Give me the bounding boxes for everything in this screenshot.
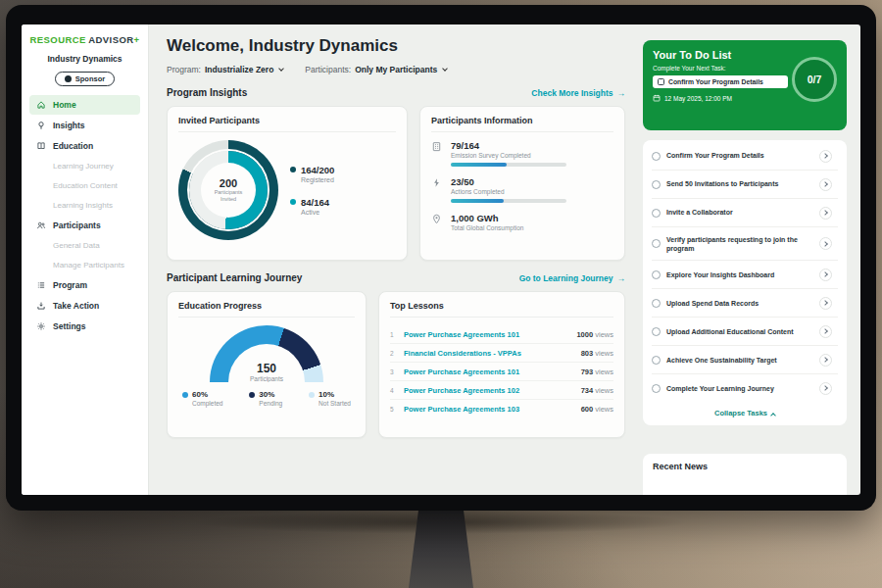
book-icon <box>35 141 47 151</box>
page-title: Welcome, Industry Dynamics <box>167 36 625 56</box>
legend-dot-navy <box>249 392 255 398</box>
legend-label: Pending <box>259 400 282 407</box>
sidebar-item-education-content[interactable]: Education Content <box>29 176 140 195</box>
task-checkbox[interactable] <box>652 180 661 189</box>
task-item[interactable]: Upload Spend Data Records <box>652 289 838 318</box>
lesson-link[interactable]: Financial Considerations - VPPAs <box>404 349 575 358</box>
task-item[interactable]: Send 50 Invitations to Participants <box>652 171 838 199</box>
chevron-right-icon[interactable] <box>819 297 832 310</box>
task-checkbox[interactable] <box>652 327 661 336</box>
task-checkbox[interactable] <box>652 239 661 248</box>
sidebar-item-learning-journey[interactable]: Learning Journey <box>29 157 140 175</box>
program-filter-value: Industrialize Zero <box>205 65 273 74</box>
check-more-insights-link[interactable]: Check More Insights → <box>531 88 625 98</box>
legend-dot-dark-teal <box>290 167 296 172</box>
collapse-label: Collapse Tasks <box>714 409 767 417</box>
sidebar-item-insights[interactable]: Insights <box>29 116 140 135</box>
task-checkbox[interactable] <box>652 384 661 393</box>
brand-part-1: RESOURCE <box>30 34 86 45</box>
chevron-right-icon[interactable] <box>819 150 832 163</box>
sidebar-item-manage-participants[interactable]: Manage Participants <box>29 256 140 274</box>
link-label: Go to Learning Journey <box>519 273 613 283</box>
chevron-right-icon[interactable] <box>819 382 832 395</box>
task-checkbox[interactable] <box>652 356 661 365</box>
section-title-program-insights: Program Insights <box>167 87 247 98</box>
sidebar-item-general-data[interactable]: General Data <box>29 236 140 255</box>
sidebar-item-learning-insights[interactable]: Learning Insights <box>29 196 140 215</box>
participants-filter[interactable]: Participants: Only My Participants <box>305 65 447 74</box>
task-item[interactable]: Verify participants requesting to join t… <box>652 227 838 261</box>
legend-item-active: 84/164 Active <box>290 197 334 216</box>
lesson-row[interactable]: 1 Power Purchase Agreements 101 1000 vie… <box>390 325 613 344</box>
task-checkbox[interactable] <box>652 299 661 308</box>
chevron-right-icon[interactable] <box>819 325 832 338</box>
chevron-right-icon[interactable] <box>819 207 832 220</box>
program-filter[interactable]: Program: Industrialize Zero <box>167 65 283 74</box>
chevron-down-icon <box>279 66 285 72</box>
progress-bar <box>451 163 566 167</box>
sidebar-item-take-action[interactable]: Take Action <box>29 296 140 316</box>
chevron-right-icon[interactable] <box>819 354 832 367</box>
chevron-right-icon[interactable] <box>819 237 832 250</box>
checkbox-icon[interactable] <box>658 78 664 85</box>
link-label: Check More Insights <box>531 88 612 98</box>
legend-dot-blue <box>182 392 188 398</box>
section-title-learning-journey: Participant Learning Journey <box>167 272 302 283</box>
sidebar-item-settings[interactable]: Settings <box>29 317 140 336</box>
task-item[interactable]: Invite a Collaborator <box>652 199 838 227</box>
lesson-row[interactable]: 4 Power Purchase Agreements 102 734 view… <box>390 381 613 400</box>
lesson-rank: 4 <box>390 387 398 394</box>
chevron-up-icon <box>770 413 776 418</box>
chevron-right-icon[interactable] <box>819 269 832 281</box>
chevron-right-icon[interactable] <box>819 178 832 191</box>
lesson-views: 803 views <box>581 349 613 358</box>
lesson-rank: 2 <box>390 350 398 357</box>
task-item[interactable]: Complete Your Learning Journey <box>652 374 838 402</box>
sidebar-item-label: Home <box>53 100 76 110</box>
todo-progress-ring: 0/7 <box>792 57 837 102</box>
sidebar-nav: Home Insights Education Learning Journey <box>29 95 140 336</box>
go-to-learning-journey-link[interactable]: Go to Learning Journey → <box>519 273 625 283</box>
task-checkbox[interactable] <box>652 209 661 218</box>
learning-journey-header: Participant Learning Journey Go to Learn… <box>167 272 625 283</box>
sidebar-item-label: Manage Participants <box>53 261 124 270</box>
card-title: Invited Participants <box>178 116 396 132</box>
lesson-link[interactable]: Power Purchase Agreements 101 <box>404 330 570 339</box>
task-label: Invite a Collaborator <box>666 208 813 217</box>
participants-filter-value: Only My Participants <box>355 65 437 74</box>
top-lessons-card: Top Lessons 1 Power Purchase Agreements … <box>378 291 625 438</box>
program-filter-label: Program: <box>167 65 201 74</box>
lesson-row[interactable]: 3 Power Purchase Agreements 101 793 view… <box>390 363 613 381</box>
sidebar-item-participants[interactable]: Participants <box>29 216 140 235</box>
next-task-item[interactable]: Confirm Your Program Details <box>653 75 788 88</box>
lesson-link[interactable]: Power Purchase Agreements 103 <box>404 405 575 414</box>
invited-donut-chart: 200 Participants Invited <box>178 140 278 240</box>
collapse-tasks-link[interactable]: Collapse Tasks <box>652 402 838 423</box>
task-item[interactable]: Confirm Your Program Details <box>652 142 838 171</box>
lesson-rank: 3 <box>390 368 398 375</box>
sidebar-item-label: General Data <box>53 241 100 250</box>
task-item[interactable]: Upload Additional Educational Content <box>652 318 838 346</box>
donut-legend: 164/200 Registered 84/164 Active <box>290 165 334 216</box>
lesson-row[interactable]: 5 Power Purchase Agreements 103 600 view… <box>390 400 613 417</box>
task-item[interactable]: Explore Your Insights Dashboard <box>652 261 838 289</box>
education-progress-card: Education Progress 150 Participants <box>167 291 367 438</box>
task-checkbox[interactable] <box>652 270 661 279</box>
lesson-link[interactable]: Power Purchase Agreements 101 <box>404 368 575 376</box>
sidebar-item-label: Education <box>53 141 93 151</box>
sidebar-item-education[interactable]: Education <box>29 136 140 156</box>
lightning-icon <box>431 176 443 203</box>
task-label: Send 50 Invitations to Participants <box>666 179 813 188</box>
sidebar-item-label: Participants <box>53 220 101 230</box>
home-icon <box>35 100 47 110</box>
sidebar-item-home[interactable]: Home <box>29 95 140 115</box>
org-name: Industry Dynamics <box>29 54 140 64</box>
building-icon <box>431 140 443 167</box>
sponsor-badge[interactable]: Sponsor <box>55 72 115 86</box>
task-item[interactable]: Achieve One Sustainability Target <box>652 346 838 374</box>
sidebar-item-program[interactable]: Program <box>29 275 140 295</box>
legend-label: Not Started <box>318 400 351 407</box>
lesson-link[interactable]: Power Purchase Agreements 102 <box>404 386 575 395</box>
lesson-row[interactable]: 2 Financial Considerations - VPPAs 803 v… <box>390 344 613 363</box>
task-checkbox[interactable] <box>652 152 661 161</box>
